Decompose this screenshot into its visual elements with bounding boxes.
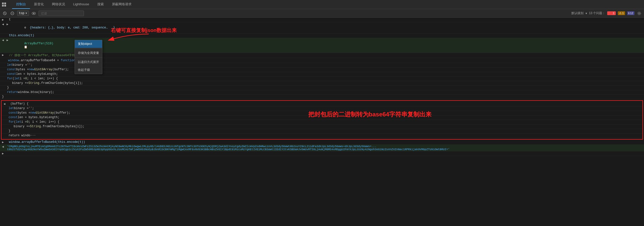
svg-line-1 <box>4 13 6 14</box>
context-menu-item-copy[interactable]: 复制object <box>75 40 102 48</box>
red-code-content-1: (buffer) { <box>8 102 640 106</box>
back-arrow-out[interactable]: ◀ <box>2 145 6 149</box>
code-line-9: } <box>0 95 644 99</box>
collapse-arrow-e[interactable]: ▶ <box>7 22 11 26</box>
expand-arrow-e[interactable]: ◀ <box>2 22 6 26</box>
tab-changes[interactable]: 新变化 <box>30 0 48 9</box>
red-box-content: ◀ (buffer) { let binary = ''; const byte… <box>1 100 643 140</box>
context-menu-divider-1 <box>75 48 102 49</box>
red-code-line-5: for (let i = 0; i < len; i++) { <box>2 120 642 124</box>
code-line-7: } <box>0 86 644 90</box>
context-menu-item-expand[interactable]: 以递归方式展开 <box>75 58 102 66</box>
console-line-empty: ▶ <box>0 151 644 156</box>
context-selector[interactable]: top ▾ <box>17 11 29 16</box>
base64-output: 'CMgBELpOGgYxLjAuMTEiACgDMAA6ITc2NTkwYTI… <box>6 145 642 151</box>
red-code-line-6: binary += String.fromCharCode(bytes[i]); <box>2 124 642 129</box>
svg-point-5 <box>33 13 34 14</box>
red-code-line-1: ◀ (buffer) { <box>2 102 642 106</box>
main-tabs: 控制台 新变化 网络状况 Lighthouse 搜索 屏蔽网络请求 <box>12 0 136 9</box>
arrow-annotation-container: 右键可直接复制json数据出来 <box>98 31 154 48</box>
annotation-label: 右键可直接复制json数据出来 <box>111 27 177 34</box>
code-line-5: for (let i = 0; i < len; i++) { <box>0 77 644 81</box>
filter-input[interactable] <box>39 11 84 16</box>
chevron-down-icon: ▾ <box>25 11 27 15</box>
red-box-region: ◀ (buffer) { let binary = ''; const byte… <box>0 100 644 140</box>
info-badge: ℹ 12 <box>627 11 634 15</box>
base64-annotation: 把封包后的二进制转为base64字符串复制出来 <box>101 110 639 118</box>
console-line-t: ▶ t <box>0 18 644 22</box>
expand-comment[interactable]: ▶ <box>2 53 6 57</box>
arrow-call[interactable]: ▶ <box>2 140 6 144</box>
error-badge: 🚫 1 <box>607 11 616 15</box>
filter-bar-left: top ▾ <box>2 11 84 16</box>
warning-badge: ⚠ 1 <box>618 11 625 15</box>
base64-annotation-text: 把封包后的二进制转为base64字符串复制出来 <box>308 111 432 118</box>
tab-lighthouse[interactable]: Lighthouse <box>69 0 93 9</box>
chevron-level-icon: ▾ <box>586 12 587 15</box>
context-menu-item-store[interactable]: 存储为全局变量 <box>75 49 102 57</box>
clear-console-button[interactable] <box>2 11 8 16</box>
settings-icon[interactable] <box>636 11 642 16</box>
console-area: ▶ t ◀ ▶ e {headers: {…}, body: e, cmd: 2… <box>0 18 644 226</box>
context-label: top <box>19 12 24 15</box>
svg-point-7 <box>638 12 641 15</box>
red-expand-icon[interactable]: ◀ <box>4 102 8 106</box>
line-content-call: window.arrayBufferToBase64(this.encode(t… <box>6 140 642 144</box>
filter-bar: top ▾ 默认级别 ▾ 13 个问题： 🚫 1 ⚠ 1 ℹ 12 <box>0 9 644 18</box>
tab-console[interactable]: 控制台 <box>12 0 30 9</box>
svg-point-6 <box>639 13 640 14</box>
code-line-8: return window.btoa(binary); <box>0 90 644 95</box>
copy-icon[interactable]: 📋 <box>24 46 27 49</box>
issues-label: 13 个问题： <box>589 11 605 15</box>
console-line-output: ◀ 'CMgBELpOGgYxLjAuMTEiACgDMAA6ITc2NTkwY… <box>0 145 644 151</box>
context-menu-item-collapse[interactable]: 收起子级 <box>75 66 102 74</box>
spacer-arrow: ▶ <box>2 152 6 155</box>
tab-bar: 控制台 新变化 网络状况 Lighthouse 搜索 屏蔽网络请求 <box>0 0 644 9</box>
tab-block[interactable]: 屏蔽网络请求 <box>108 0 136 9</box>
console-line-call: ▶ window.arrayBufferToBase64(this.encode… <box>0 140 644 145</box>
filter-bar-right: 默认级别 ▾ 13 个问题： 🚫 1 ⚠ 1 ℹ 12 <box>571 11 642 16</box>
console-line-e: ◀ ▶ e {headers: {…}, body: e, cmd: 200, … <box>0 22 644 34</box>
code-line-6: binary += String.fromCharCode(bytes[i]); <box>0 81 644 86</box>
context-menu-divider-2 <box>75 57 102 58</box>
console-line-encode: this.encode(t) <box>0 34 644 38</box>
line-content: t <box>6 18 642 21</box>
arrow-svg <box>98 31 154 47</box>
expand-icon[interactable]: ▶ <box>2 18 6 22</box>
back-arrow[interactable]: ◀ <box>2 38 6 42</box>
tab-search[interactable]: 搜索 <box>93 0 108 9</box>
eye-icon[interactable] <box>31 11 37 16</box>
filter-toggle-button[interactable] <box>10 11 15 16</box>
forward-arrow[interactable]: ▶ <box>7 38 11 42</box>
red-code-line-7: } <box>2 129 642 134</box>
default-level-label[interactable]: 默认级别 <box>571 11 584 15</box>
tab-network[interactable]: 网络状况 <box>48 0 69 9</box>
red-code-line-8: return windo··· <box>2 134 642 138</box>
